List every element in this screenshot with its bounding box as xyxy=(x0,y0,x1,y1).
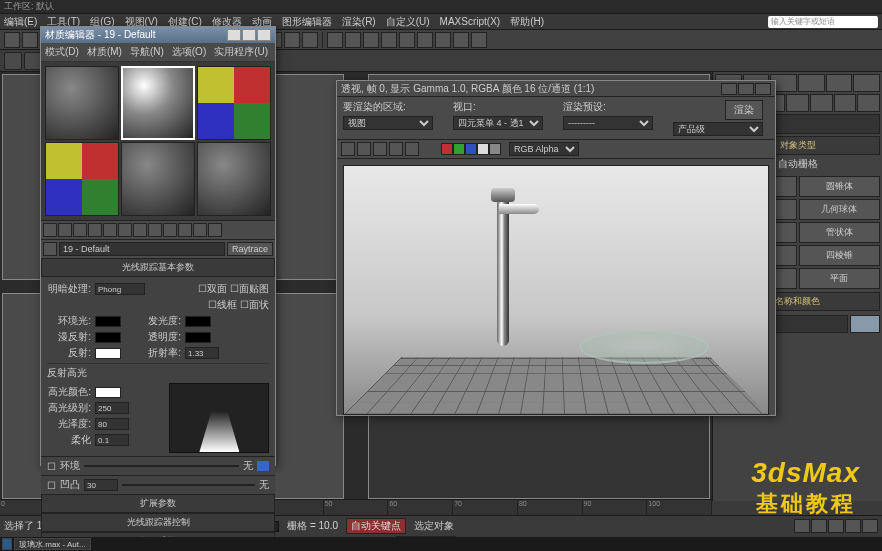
go-sibling-icon[interactable] xyxy=(208,223,222,237)
mat-menu-options[interactable]: 选项(O) xyxy=(172,45,206,59)
goto-end-icon[interactable] xyxy=(862,519,878,533)
menu-render[interactable]: 渲染(R) xyxy=(342,15,376,29)
menu-edit[interactable]: 编辑(E) xyxy=(4,15,37,29)
spacewarps-subtab[interactable] xyxy=(834,94,857,112)
curve-editor-icon[interactable] xyxy=(381,32,397,48)
reset-material-icon[interactable] xyxy=(88,223,102,237)
show-map-icon[interactable] xyxy=(163,223,177,237)
material-slot-4[interactable] xyxy=(45,142,119,216)
mat-menu-utils[interactable]: 实用程序(U) xyxy=(214,45,268,59)
display-tab[interactable] xyxy=(826,74,853,92)
mat-menu-material[interactable]: 材质(M) xyxy=(87,45,122,59)
put-library-icon[interactable] xyxy=(133,223,147,237)
spec-level-spinner[interactable] xyxy=(95,402,129,414)
material-type-button[interactable]: Raytrace xyxy=(227,242,273,256)
material-slot-5[interactable] xyxy=(121,142,195,216)
align-icon[interactable] xyxy=(345,32,361,48)
render-close-icon[interactable] xyxy=(755,83,771,95)
motion-tab[interactable] xyxy=(798,74,825,92)
bump-map-button[interactable]: 无 xyxy=(259,478,269,492)
cone-button[interactable]: 圆锥体 xyxy=(799,176,881,197)
material-slot-6[interactable] xyxy=(197,142,271,216)
helpers-subtab[interactable] xyxy=(810,94,833,112)
render-button[interactable]: 渲染 xyxy=(725,100,763,120)
undo-icon[interactable] xyxy=(4,32,20,48)
pick-material-icon[interactable] xyxy=(43,242,57,256)
clear-icon[interactable] xyxy=(405,142,419,156)
channel-dropdown[interactable]: RGB Alpha xyxy=(509,142,579,156)
plane-button[interactable]: 平面 xyxy=(799,268,881,289)
reflect-swatch[interactable] xyxy=(95,348,121,359)
close-icon[interactable] xyxy=(257,29,271,41)
ior-spinner[interactable] xyxy=(185,347,219,359)
taskbar-item[interactable]: 玻璃水.max - Aut... xyxy=(14,538,91,550)
diffuse-swatch[interactable] xyxy=(95,332,121,343)
viewport-dropdown[interactable]: 四元菜单 4 - 透1 xyxy=(453,116,543,130)
goto-start-icon[interactable] xyxy=(794,519,810,533)
bump-amount-spinner[interactable] xyxy=(84,479,118,491)
render-output-view[interactable] xyxy=(343,165,769,415)
assign-material-icon[interactable] xyxy=(73,223,87,237)
print-icon[interactable] xyxy=(389,142,403,156)
menu-maxscript[interactable]: MAXScript(X) xyxy=(440,16,501,27)
menu-help[interactable]: 帮助(H) xyxy=(510,15,544,29)
selected-filter[interactable]: 选定对象 xyxy=(414,519,454,533)
poly-icon[interactable] xyxy=(4,52,22,70)
material-editor-titlebar[interactable]: 材质编辑器 - 19 - Default xyxy=(41,27,275,43)
next-frame-icon[interactable] xyxy=(845,519,861,533)
area-dropdown[interactable]: 视图 xyxy=(343,116,433,130)
basic-params-rollout-header[interactable]: 光线跟踪基本参数 xyxy=(41,258,275,277)
render-window-titlebar[interactable]: 透视, 帧 0, 显示 Gamma 1.0, RGBA 颜色 16 位/通道 (… xyxy=(337,81,775,97)
render-icon[interactable] xyxy=(471,32,487,48)
spec-color-swatch[interactable] xyxy=(95,387,121,398)
mono-channel-toggle[interactable] xyxy=(489,143,501,155)
soften-spinner[interactable] xyxy=(95,434,129,446)
menu-custom[interactable]: 自定义(U) xyxy=(386,15,430,29)
environment-map-button[interactable]: 无 xyxy=(243,459,253,473)
geosphere-button[interactable]: 几何球体 xyxy=(799,199,881,220)
extended-params-rollout[interactable]: 扩展参数 xyxy=(41,494,275,513)
blue-channel-toggle[interactable] xyxy=(465,143,477,155)
material-slot-3[interactable] xyxy=(197,66,271,140)
save-image-icon[interactable] xyxy=(341,142,355,156)
alpha-channel-toggle[interactable] xyxy=(477,143,489,155)
make-copy-icon[interactable] xyxy=(103,223,117,237)
render-frame-icon[interactable] xyxy=(453,32,469,48)
material-name-input[interactable] xyxy=(59,242,225,256)
luminosity-swatch[interactable] xyxy=(185,316,211,327)
render-maximize-icon[interactable] xyxy=(738,83,754,95)
get-material-icon[interactable] xyxy=(43,223,57,237)
put-material-icon[interactable] xyxy=(58,223,72,237)
object-color-swatch[interactable] xyxy=(850,315,880,333)
go-parent-icon[interactable] xyxy=(193,223,207,237)
start-button[interactable] xyxy=(2,538,12,550)
schematic-icon[interactable] xyxy=(399,32,415,48)
tube-button[interactable]: 管状体 xyxy=(799,222,881,243)
help-search-input[interactable]: 输入关键字或短语 xyxy=(768,16,878,28)
ambient-swatch[interactable] xyxy=(95,316,121,327)
green-channel-toggle[interactable] xyxy=(453,143,465,155)
material-editor-icon[interactable] xyxy=(417,32,433,48)
mat-menu-nav[interactable]: 导航(N) xyxy=(130,45,164,59)
make-unique-icon[interactable] xyxy=(118,223,132,237)
material-slot-2[interactable] xyxy=(121,66,195,140)
glossiness-spinner[interactable] xyxy=(95,418,129,430)
auto-key-button[interactable]: 自动关键点 xyxy=(346,518,406,534)
systems-subtab[interactable] xyxy=(857,94,880,112)
mat-menu-mode[interactable]: 模式(D) xyxy=(45,45,79,59)
raytracer-rollout[interactable]: 光线跟踪器控制 xyxy=(41,513,275,532)
environment-map-swatch[interactable] xyxy=(257,461,269,471)
transparency-swatch[interactable] xyxy=(185,332,211,343)
render-minimize-icon[interactable] xyxy=(721,83,737,95)
percent-snap-icon[interactable] xyxy=(284,32,300,48)
shading-dropdown[interactable] xyxy=(95,283,145,295)
play-icon[interactable] xyxy=(828,519,844,533)
menu-graph[interactable]: 图形编辑器 xyxy=(282,15,332,29)
layers-icon[interactable] xyxy=(363,32,379,48)
product-dropdown[interactable]: 产品级 xyxy=(673,122,763,136)
pyramid-button[interactable]: 四棱锥 xyxy=(799,245,881,266)
red-channel-toggle[interactable] xyxy=(441,143,453,155)
material-id-icon[interactable] xyxy=(148,223,162,237)
preset-dropdown[interactable]: --------- xyxy=(563,116,653,130)
material-slot-1[interactable] xyxy=(45,66,119,140)
